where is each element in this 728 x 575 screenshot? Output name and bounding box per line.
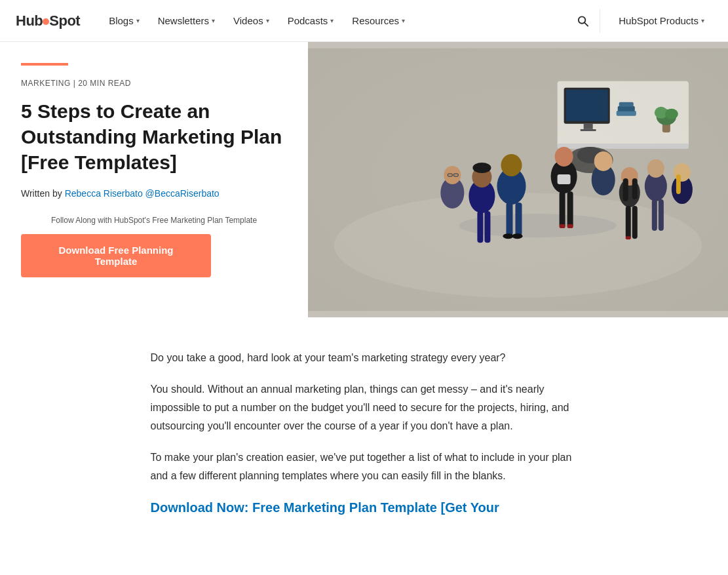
follow-text-content: Follow Along with HubSpot's Free Marketi… (51, 216, 257, 225)
article-title: 5 Steps to Create an Outstanding Marketi… (21, 98, 287, 175)
hero-image (308, 42, 728, 317)
hero-section: MARKETING | 20 MIN READ 5 Steps to Creat… (0, 42, 728, 317)
chevron-down-icon: ▾ (330, 17, 334, 24)
chevron-down-icon: ▾ (136, 17, 140, 24)
chevron-down-icon: ▾ (212, 17, 215, 24)
nav-label-podcasts: Podcasts (288, 15, 328, 26)
body-paragraph-2: You should. Without an annual marketing … (151, 380, 578, 435)
nav-links: Blogs ▾ Newsletters ▾ Videos ▾ Podcasts … (101, 10, 577, 31)
nav-label-videos: Videos (233, 15, 263, 26)
download-template-button[interactable]: Download Free Planning Template (21, 234, 211, 277)
products-label: HubSpot Products (619, 15, 699, 26)
chevron-down-icon: ▾ (266, 17, 269, 24)
hero-left-panel: MARKETING | 20 MIN READ 5 Steps to Creat… (0, 42, 308, 317)
read-time: 20 MIN READ (78, 79, 131, 88)
download-now-heading[interactable]: Download Now: Free Marketing Plan Templa… (151, 498, 578, 517)
author-name[interactable]: Rebecca Riserbato (65, 188, 143, 199)
nav-hubspot-products[interactable]: HubSpot Products ▾ (611, 10, 712, 31)
author-line: Written by Rebecca Riserbato @BeccaRiser… (21, 188, 287, 199)
chevron-down-icon: ▾ (402, 17, 405, 24)
navigation: HubSpot Blogs ▾ Newsletters ▾ Videos ▾ P… (0, 0, 728, 42)
nav-item-podcasts[interactable]: Podcasts ▾ (280, 10, 342, 31)
search-icon (577, 14, 589, 28)
nav-item-resources[interactable]: Resources ▾ (344, 10, 413, 31)
article-meta: MARKETING | 20 MIN READ (21, 79, 287, 88)
svg-rect-58 (308, 49, 728, 311)
nav-item-videos[interactable]: Videos ▾ (225, 10, 277, 31)
author-prefix: Written by (21, 188, 62, 199)
nav-item-newsletters[interactable]: Newsletters ▾ (150, 10, 223, 31)
article-category: MARKETING (21, 79, 71, 88)
nav-label-blogs: Blogs (109, 15, 134, 26)
body-paragraph-1: Do you take a good, hard look at your te… (151, 349, 578, 367)
category-bar-decoration (21, 63, 68, 66)
nav-label-resources: Resources (352, 15, 399, 26)
article-body: Do you take a good, hard look at your te… (135, 317, 594, 543)
body-paragraph-3: To make your plan's creation easier, we'… (151, 448, 578, 485)
author-handle[interactable]: @BeccaRiserbato (145, 188, 220, 199)
nav-label-newsletters: Newsletters (158, 15, 209, 26)
chevron-down-icon: ▾ (701, 17, 704, 24)
logo[interactable]: HubSpot (16, 12, 80, 30)
search-button[interactable] (577, 9, 600, 33)
download-heading-text: Download Now: Free Marketing Plan Templa… (151, 500, 499, 515)
svg-line-1 (585, 22, 588, 26)
follow-text: Follow Along with HubSpot's Free Marketi… (21, 214, 287, 226)
hero-image-container (308, 42, 728, 317)
logo-text: HubSpot (16, 12, 80, 30)
nav-item-blogs[interactable]: Blogs ▾ (101, 10, 147, 31)
hero-image-svg (308, 42, 728, 317)
